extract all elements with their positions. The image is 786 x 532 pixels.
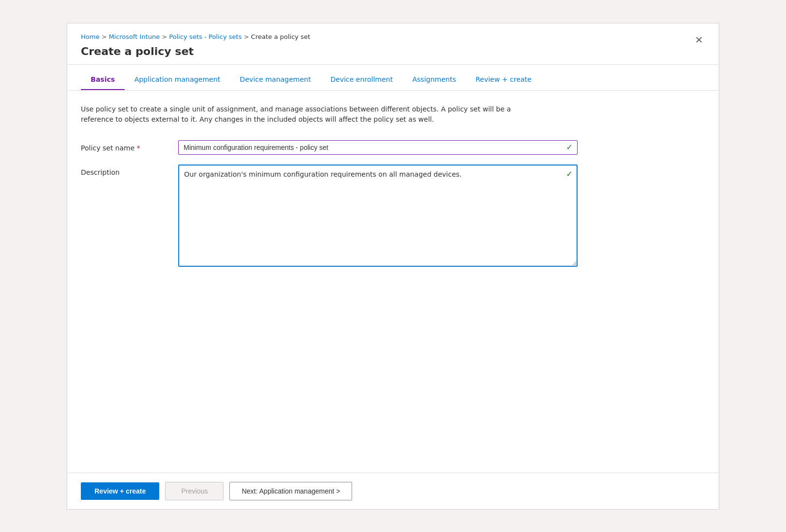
header-left: Home > Microsoft Intune > Policy sets - …: [81, 33, 310, 57]
breadcrumb-sep-2: >: [162, 33, 167, 40]
description-label: Description: [81, 165, 178, 176]
policy-set-name-label: Policy set name *: [81, 140, 178, 152]
tab-bar: Basics Application management Device man…: [67, 70, 719, 91]
policy-set-name-input-wrapper: ✓: [178, 140, 578, 155]
intro-description: Use policy set to create a single unit o…: [81, 104, 519, 125]
description-row: Description Our organization's minimum c…: [81, 165, 705, 269]
breadcrumb: Home > Microsoft Intune > Policy sets - …: [81, 33, 310, 40]
description-textarea-wrapper: Our organization's minimum configuration…: [178, 165, 578, 269]
previous-button[interactable]: Previous: [165, 482, 224, 500]
breadcrumb-current: Create a policy set: [251, 33, 310, 40]
tab-basics[interactable]: Basics: [81, 70, 125, 90]
footer: Review + create Previous Next: Applicati…: [67, 473, 719, 509]
create-policy-set-panel: Home > Microsoft Intune > Policy sets - …: [67, 23, 719, 510]
required-indicator: *: [137, 144, 140, 152]
close-button[interactable]: ✕: [693, 33, 705, 47]
policy-set-name-row: Policy set name * ✓: [81, 140, 705, 155]
description-textarea[interactable]: Our organization's minimum configuration…: [178, 165, 578, 267]
review-create-button[interactable]: Review + create: [81, 482, 159, 500]
breadcrumb-sep-3: >: [243, 33, 249, 40]
next-button[interactable]: Next: Application management >: [229, 482, 352, 500]
policy-set-name-field: ✓: [178, 140, 578, 155]
breadcrumb-sep-1: >: [101, 33, 107, 40]
description-check-icon: ✓: [566, 169, 573, 179]
policy-set-name-input[interactable]: [178, 140, 578, 155]
tab-review-create[interactable]: Review + create: [466, 70, 541, 90]
main-content: Use policy set to create a single unit o…: [67, 91, 719, 473]
breadcrumb-home[interactable]: Home: [81, 33, 99, 40]
tab-assignments[interactable]: Assignments: [403, 70, 466, 90]
breadcrumb-intune[interactable]: Microsoft Intune: [109, 33, 160, 40]
panel-header: Home > Microsoft Intune > Policy sets - …: [67, 23, 719, 65]
tab-application-management[interactable]: Application management: [125, 70, 230, 90]
breadcrumb-policy-sets[interactable]: Policy sets - Policy sets: [169, 33, 242, 40]
tab-device-management[interactable]: Device management: [230, 70, 320, 90]
tab-device-enrollment[interactable]: Device enrollment: [320, 70, 402, 90]
policy-set-name-check-icon: ✓: [566, 143, 573, 152]
description-field: Our organization's minimum configuration…: [178, 165, 578, 269]
page-title: Create a policy set: [81, 45, 310, 57]
